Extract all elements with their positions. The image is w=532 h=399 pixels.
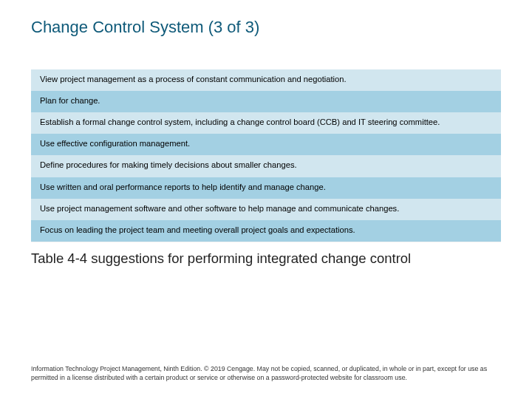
table-row: Use written and oral performance reports… xyxy=(31,177,501,199)
slide: Change Control System (3 of 3) View proj… xyxy=(0,0,532,399)
suggestions-table: View project management as a process of … xyxy=(31,69,501,242)
table-row: View project management as a process of … xyxy=(31,69,501,91)
table-row: Plan for change. xyxy=(31,91,501,112)
table-row: Use project management software and othe… xyxy=(31,199,501,220)
table-row: Establish a formal change control system… xyxy=(31,112,501,134)
table-row: Define procedures for making timely deci… xyxy=(31,155,501,177)
table-row: Focus on leading the project team and me… xyxy=(31,220,501,242)
table-caption: Table 4-4 suggestions for performing int… xyxy=(31,250,501,267)
table-row: Use effective configuration management. xyxy=(31,134,501,155)
copyright-footer: Information Technology Project Managemen… xyxy=(31,365,501,383)
page-title: Change Control System (3 of 3) xyxy=(31,18,501,37)
